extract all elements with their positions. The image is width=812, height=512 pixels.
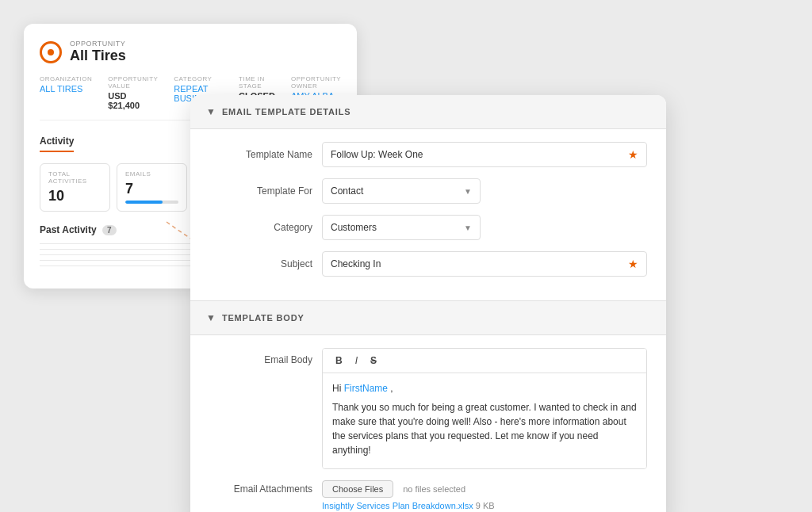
- strikethrough-button[interactable]: S: [366, 353, 381, 368]
- subject-label: Subject: [209, 258, 312, 269]
- cat-label: CATEGORY: [174, 75, 223, 82]
- total-value: 10: [48, 188, 102, 204]
- chevron-down-icon: ▼: [206, 312, 216, 323]
- category-row: Category Customers ▼: [209, 215, 647, 240]
- crm-header: OPPORTUNITY All Tires: [40, 40, 341, 64]
- subject-input[interactable]: ★: [322, 251, 647, 277]
- org-value[interactable]: ALL TIRES: [40, 84, 92, 94]
- emails-bar: [125, 201, 178, 204]
- emails-label: EMAILS: [125, 170, 178, 178]
- editor-toolbar: B I S: [323, 349, 646, 373]
- template-name-row: Template Name ★: [209, 142, 647, 167]
- bold-button[interactable]: B: [331, 353, 347, 368]
- category-label: Category: [209, 222, 312, 233]
- template-details-header: ▼ EMAIL TEMPLATE DETAILS: [190, 95, 666, 129]
- template-for-select[interactable]: Contact ▼: [322, 178, 481, 204]
- choose-files-button[interactable]: Choose Files: [322, 480, 393, 498]
- template-details-title: EMAIL TEMPLATE DETAILS: [222, 107, 350, 117]
- meta-value: OPPORTUNITY VALUE USD $21,400: [108, 75, 158, 110]
- chevron-down-icon: ▼: [206, 106, 216, 117]
- crm-header-text: OPPORTUNITY All Tires: [70, 40, 126, 64]
- email-body-row: Email Body B I S Hi FirstName , Thank yo…: [209, 348, 647, 469]
- opportunity-icon: [40, 41, 62, 63]
- subject-row: Subject ★: [209, 251, 647, 277]
- greeting-text: Hi: [332, 383, 344, 394]
- app-container: OPPORTUNITY All Tires ORGANIZATION ALL T…: [0, 0, 812, 512]
- org-label: ORGANIZATION: [40, 75, 92, 82]
- val-value: USD $21,400: [108, 91, 158, 110]
- val-label: OPPORTUNITY VALUE: [108, 75, 158, 90]
- template-name-input[interactable]: ★: [322, 142, 647, 167]
- template-name-required: ★: [628, 148, 638, 161]
- stat-total: TOTAL ACTIVITIES 10: [40, 163, 110, 212]
- attachments-row: Email Attachments Choose Files no files …: [209, 480, 647, 498]
- template-for-value: Contact: [331, 185, 363, 197]
- template-details-section: ▼ EMAIL TEMPLATE DETAILS Template Name ★…: [190, 95, 666, 300]
- template-name-label: Template Name: [209, 149, 312, 160]
- emails-value: 7: [125, 181, 178, 197]
- template-for-label: Template For: [209, 185, 312, 197]
- attachment-size: 9 KB: [476, 501, 495, 510]
- template-name-field[interactable]: [331, 149, 623, 160]
- template-body-header: ▼ TEMPLATE BODY: [190, 301, 666, 335]
- template-body-section: ▼ TEMPLATE BODY Email Body B I S Hi Firs…: [190, 301, 666, 512]
- activity-tab[interactable]: Activity: [40, 133, 74, 152]
- body-paragraph: Thank you so much for being a great cust…: [332, 400, 637, 457]
- past-activity-badge: 7: [102, 225, 117, 235]
- firstname-placeholder: FirstName: [344, 383, 388, 394]
- attachment-file-row: Insightly Services Plan Breakdown.xlsx 9…: [209, 501, 647, 510]
- activity-tab-label: Activity: [40, 136, 74, 147]
- subject-field[interactable]: [331, 258, 623, 269]
- opportunity-label: OPPORTUNITY: [70, 40, 126, 48]
- italic-button[interactable]: I: [350, 353, 362, 368]
- chevron-down-icon: ▼: [464, 187, 472, 196]
- email-template-panel: ▼ EMAIL TEMPLATE DETAILS Template Name ★…: [190, 95, 666, 512]
- email-body-label: Email Body: [209, 348, 312, 469]
- chevron-down-icon: ▼: [464, 224, 472, 232]
- owner-label: OPPORTUNITY OWNER: [291, 75, 341, 90]
- attachments-label: Email Attachments: [209, 483, 312, 495]
- greeting-comma: ,: [388, 383, 393, 394]
- template-body-content: Email Body B I S Hi FirstName , Thank yo…: [190, 335, 666, 512]
- opportunity-icon-inner: [48, 49, 54, 55]
- attachment-link[interactable]: Insightly Services Plan Breakdown.xlsx 9…: [322, 501, 647, 510]
- category-select[interactable]: Customers ▼: [322, 215, 481, 240]
- template-body-title: TEMPLATE BODY: [222, 313, 304, 323]
- total-label: TOTAL ACTIVITIES: [48, 170, 102, 185]
- no-files-text: no files selected: [403, 484, 465, 494]
- template-details-body: Template Name ★ Template For Contact ▼: [190, 129, 666, 300]
- stat-emails: EMAILS 7: [117, 163, 187, 212]
- time-label: TIME IN STAGE: [239, 75, 275, 90]
- template-for-row: Template For Contact ▼: [209, 178, 647, 204]
- editor-content-area[interactable]: Hi FirstName , Thank you so much for bei…: [323, 373, 646, 468]
- subject-required: ★: [628, 258, 638, 270]
- category-value: Customers: [331, 222, 377, 233]
- email-body-editor[interactable]: B I S Hi FirstName , Thank you so much f…: [322, 348, 647, 469]
- opportunity-title: All Tires: [70, 48, 126, 64]
- meta-organization: ORGANIZATION ALL TIRES: [40, 75, 92, 110]
